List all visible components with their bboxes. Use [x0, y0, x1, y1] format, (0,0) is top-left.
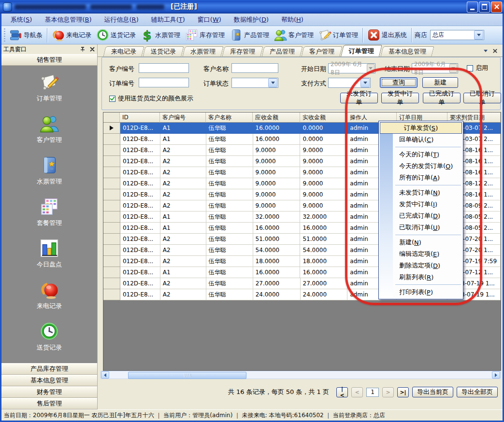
- sidebar-item-订单管理[interactable]: 订单管理: [1, 72, 97, 114]
- row-selector-cell[interactable]: [103, 134, 120, 145]
- order-status-dropdown-icon[interactable]: [268, 78, 277, 87]
- order-status-select[interactable]: [231, 78, 278, 88]
- tab-基本信息管理[interactable]: 基本信息管理: [380, 46, 434, 56]
- scroll-right-button[interactable]: [492, 371, 500, 379]
- export-current-page-button[interactable]: 导出当前页: [412, 387, 453, 397]
- tab-来电记录[interactable]: 来电记录: [103, 46, 144, 56]
- sidebar-item-来电记录[interactable]: 来电记录: [1, 280, 97, 322]
- sidebar-item-水票管理[interactable]: 水票管理: [1, 155, 97, 197]
- row-selector-cell[interactable]: [103, 234, 120, 245]
- grid-header-应收金额[interactable]: 应收金额: [253, 113, 300, 123]
- toolbar-button-导航条[interactable]: 导航条: [7, 28, 45, 42]
- menu-item-运行信息[interactable]: 运行信息(R): [98, 14, 145, 26]
- context-menu-item-今天的发货订单[interactable]: 今天的发货订单(O): [380, 160, 462, 172]
- row-selector-cell[interactable]: [103, 167, 120, 178]
- sidebar-item-客户管理[interactable]: 客户管理: [1, 114, 97, 155]
- context-menu-item-所有的订单[interactable]: 所有的订单(A): [380, 172, 462, 183]
- prev-page-button[interactable]: <: [351, 387, 363, 397]
- payment-select[interactable]: [328, 78, 371, 88]
- context-menu-item-已完成订单[interactable]: 已完成订单(D): [380, 210, 462, 222]
- sidebar-section-产品库存管理[interactable]: 产品库存管理: [1, 363, 97, 375]
- store-dropdown-icon[interactable]: [474, 30, 483, 40]
- status-button-已完成订单[interactable]: 已完成订单: [423, 93, 461, 103]
- close-button[interactable]: [491, 1, 502, 13]
- menu-item-数据维护[interactable]: 数据维护(D): [228, 14, 275, 26]
- tab-水票管理[interactable]: 水票管理: [182, 46, 223, 56]
- sidebar-section-sales[interactable]: 销售管理: [1, 54, 97, 66]
- tab-送货记录[interactable]: 送货记录: [143, 46, 184, 56]
- tab-overflow-icon[interactable]: [484, 50, 488, 52]
- menu-item-系统[interactable]: 系统(S): [4, 14, 38, 26]
- toolbar-button-来电记录[interactable]: 来电记录: [49, 28, 94, 42]
- close-tab-icon[interactable]: [492, 48, 498, 54]
- sidebar-section-财务管理[interactable]: 财务管理: [1, 386, 97, 398]
- sidebar-item-今日盘点[interactable]: 今日盘点: [1, 239, 97, 280]
- context-menu-item-打印列表[interactable]: 打印列表(P): [380, 286, 462, 298]
- sidebar-section-基本信息管理[interactable]: 基本信息管理: [1, 375, 97, 386]
- row-selector-cell[interactable]: [103, 289, 120, 300]
- row-selector-cell[interactable]: [103, 123, 120, 134]
- tab-订单管理[interactable]: 订单管理: [341, 45, 382, 56]
- row-selector-cell[interactable]: [103, 211, 120, 223]
- row-selector-cell[interactable]: [103, 267, 120, 278]
- grid-header-ID[interactable]: ID: [120, 113, 160, 123]
- grid-header-客户编号[interactable]: 客户编号: [160, 113, 206, 123]
- pin-icon[interactable]: [80, 46, 86, 52]
- query-button[interactable]: 查询: [380, 77, 418, 88]
- page-number-input[interactable]: [366, 388, 379, 397]
- last-page-button[interactable]: >|: [397, 387, 409, 397]
- row-selector-cell[interactable]: [103, 156, 120, 167]
- sidebar-item-套餐管理[interactable]: 套餐管理: [1, 197, 97, 239]
- status-button-发货中订单[interactable]: 发货中订单: [381, 93, 419, 103]
- first-page-button[interactable]: |<: [336, 387, 348, 397]
- menu-item-基本信息管理[interactable]: 基本信息管理(B): [38, 14, 98, 26]
- row-selector-cell[interactable]: [103, 200, 120, 211]
- row-selector-cell[interactable]: [103, 256, 120, 267]
- row-selector-cell[interactable]: [103, 278, 120, 289]
- toolbar-button-客户管理[interactable]: 客户管理: [272, 28, 316, 42]
- new-button[interactable]: 新建: [422, 77, 458, 88]
- customer-name-input[interactable]: [231, 63, 278, 73]
- context-menu-item-新建[interactable]: 新建(N): [380, 237, 462, 248]
- status-button-已取消订单[interactable]: 已取消订单: [463, 93, 501, 103]
- enable-checkbox[interactable]: [467, 65, 473, 71]
- sidebar-item-送货记录[interactable]: 送货记录: [1, 322, 97, 363]
- row-selector-cell[interactable]: [103, 223, 120, 234]
- menu-item-窗口[interactable]: 窗口(W): [191, 14, 228, 26]
- toolbar-button-水票管理[interactable]: 水票管理: [138, 28, 183, 42]
- menu-item-辅助工具[interactable]: 辅助工具(T): [145, 14, 191, 26]
- order-no-input[interactable]: [139, 78, 189, 87]
- payment-dropdown-icon[interactable]: [360, 78, 370, 87]
- context-menu-item-删除选定项[interactable]: 删除选定项(D): [380, 260, 462, 271]
- toolbar-button-库存管理[interactable]: 库存管理: [183, 28, 227, 42]
- row-selector-cell[interactable]: [103, 178, 120, 189]
- menu-item-帮助[interactable]: 帮助(H): [275, 14, 310, 26]
- store-select[interactable]: 总店: [430, 30, 484, 40]
- color-checkbox[interactable]: [109, 96, 115, 102]
- context-menu-item-回单确认[interactable]: 回单确认(C): [380, 134, 462, 145]
- row-selector-cell[interactable]: [103, 245, 120, 256]
- customer-no-input[interactable]: [139, 63, 189, 73]
- next-page-button[interactable]: >: [382, 387, 394, 397]
- context-menu-item-今天的订单[interactable]: 今天的订单(T): [380, 149, 462, 160]
- tab-库存管理[interactable]: 库存管理: [222, 46, 263, 56]
- toolbar-button-送货记录[interactable]: 送货记录: [94, 28, 138, 42]
- toolbar-button-订单管理[interactable]: 订单管理: [316, 28, 360, 42]
- row-selector-cell[interactable]: [103, 145, 120, 156]
- grid-header-客户名称[interactable]: 客户名称: [206, 113, 253, 123]
- context-menu-item-未发货订单[interactable]: 未发货订单(N): [380, 187, 462, 198]
- context-menu-item-已取消订单[interactable]: 已取消订单(U): [380, 222, 462, 233]
- export-all-pages-button[interactable]: 导出全部页: [457, 387, 498, 397]
- restore-button[interactable]: [479, 1, 490, 13]
- status-button-未发货订单[interactable]: 未发货订单: [340, 93, 378, 103]
- close-tool-window-icon[interactable]: [89, 46, 95, 52]
- context-menu-item-刷新列表[interactable]: 刷新列表(R): [380, 271, 462, 283]
- tab-产品管理[interactable]: 产品管理: [261, 46, 302, 56]
- context-menu-item-编辑选定项[interactable]: 编辑选定项(E): [380, 248, 462, 260]
- scrollbar-thumb[interactable]: [128, 372, 246, 379]
- context-menu-item-发货中订单[interactable]: 发货中订单(I): [380, 198, 462, 210]
- toolbar-button-退出系统[interactable]: 退出系统: [365, 28, 409, 42]
- sidebar-section-售后管理[interactable]: 售后管理: [1, 398, 97, 409]
- toolbar-button-产品管理[interactable]: 产品管理: [227, 28, 272, 42]
- tab-客户管理[interactable]: 客户管理: [301, 46, 342, 56]
